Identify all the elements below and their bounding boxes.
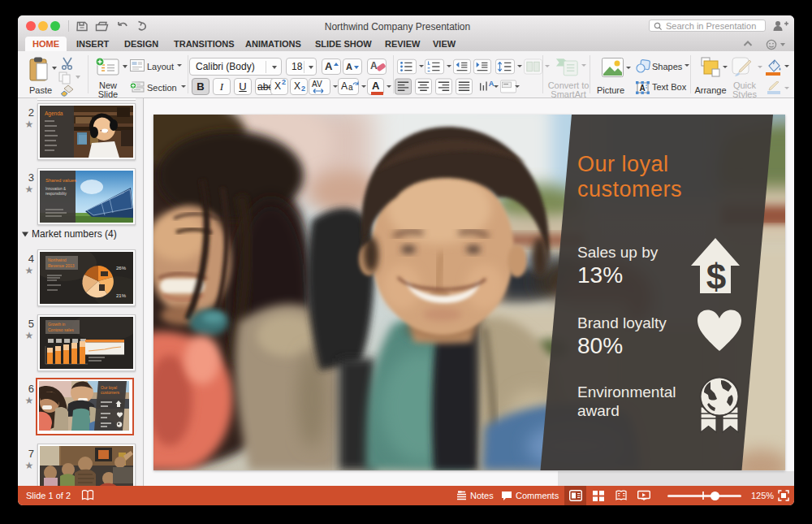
svg-text:Northwind: Northwind: [48, 258, 67, 262]
svg-text:26%: 26%: [116, 266, 127, 271]
svg-text:Growth in: Growth in: [48, 322, 66, 327]
svg-text:Agenda: Agenda: [45, 110, 63, 117]
svg-text:A: A: [640, 84, 646, 93]
svg-text:Shared values: Shared values: [45, 178, 76, 183]
svg-text:Contoso sales: Contoso sales: [48, 327, 74, 332]
svg-text:Innovation &: Innovation &: [45, 187, 66, 191]
svg-text:customers: customers: [101, 390, 120, 395]
svg-text:responsibility: responsibility: [45, 192, 67, 196]
svg-text:Revenue 2013: Revenue 2013: [48, 263, 75, 268]
svg-text:21%: 21%: [116, 293, 127, 298]
